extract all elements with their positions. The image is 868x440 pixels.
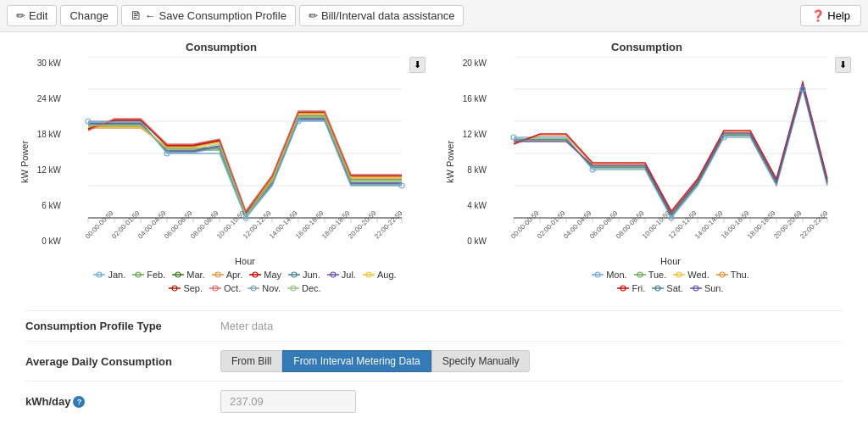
- right-chart-svg-area: 00:00-00:59 02:00-01:59 04:00-04:59 06:0…: [490, 57, 851, 266]
- help-icon: ❓: [811, 9, 825, 22]
- kwh-row: kWh/day ?: [25, 381, 843, 421]
- legend-mon-icon: [592, 270, 604, 279]
- edit-icon: ✏: [16, 9, 25, 22]
- left-chart-area: ⬇ kW Power 30 kW 24 kW 18 kW 12 kW 6 kW …: [17, 57, 426, 293]
- legend-feb: Feb.: [132, 270, 165, 280]
- legend-dec: Dec.: [287, 283, 321, 293]
- right-chart-title: Consumption: [442, 41, 851, 53]
- legend-jul: Jul.: [327, 270, 356, 280]
- left-chart-legend: Jan. Feb. Mar. Apr.: [64, 270, 426, 293]
- legend-sun-icon: [690, 284, 702, 292]
- legend-jan-icon: [93, 270, 105, 279]
- legend-jun: Jun.: [288, 270, 320, 280]
- right-chart-legend: Mon. Tue. Wed. Thu.: [490, 270, 851, 293]
- legend-apr-icon: [212, 270, 224, 279]
- legend-wed: Wed.: [673, 270, 709, 280]
- legend-thu-icon: [716, 270, 728, 279]
- kwh-help-icon[interactable]: ?: [73, 396, 85, 408]
- legend-dec-icon: [287, 284, 299, 292]
- left-chart-svg: 00:00-00:59 02:00-01:59 04:00-04:59 06:0…: [64, 57, 426, 252]
- legend-may-icon: [249, 270, 261, 279]
- left-chart-svg-area: 00:00-00:59 02:00-01:59 04:00-04:59 06:0…: [64, 57, 426, 266]
- toolbar: ✏ Edit Change 🖹 ← Save Consumption Profi…: [0, 0, 868, 32]
- legend-oct-icon: [209, 284, 221, 292]
- left-y-ticks: 30 kW 24 kW 18 kW 12 kW 6 kW 0 kW: [32, 57, 64, 266]
- legend-sep-icon: [169, 284, 181, 292]
- legend-thu: Thu.: [716, 270, 749, 280]
- save-icon: 🖹 ←: [131, 9, 156, 22]
- profile-type-row: Consumption Profile Type Meter data: [25, 310, 843, 341]
- save-button[interactable]: 🖹 ← Save Consumption Profile: [121, 5, 296, 26]
- avg-daily-row: Average Daily Consumption From Bill From…: [25, 341, 843, 381]
- legend-wed-icon: [673, 270, 685, 279]
- right-chart-inner: kW Power 20 kW 16 kW 12 kW 8 kW 4 kW 0 k…: [442, 57, 851, 266]
- legend-mon: Mon.: [592, 270, 626, 280]
- legend-fri: Fri.: [617, 283, 645, 293]
- svg-text:22:00-22:59: 22:00-22:59: [373, 209, 404, 240]
- legend-nov-icon: [248, 284, 259, 292]
- kwh-input[interactable]: [220, 390, 356, 413]
- legend-aug-icon: [363, 270, 375, 279]
- legend-jan: Jan.: [93, 270, 125, 280]
- legend-tue: Tue.: [634, 270, 667, 280]
- profile-type-label: Consumption Profile Type: [25, 320, 220, 332]
- avg-daily-label: Average Daily Consumption: [25, 355, 220, 368]
- legend-nov: Nov.: [248, 283, 281, 293]
- left-chart-inner: kW Power 30 kW 24 kW 18 kW 12 kW 6 kW 0 …: [17, 57, 426, 266]
- legend-apr: Apr.: [212, 270, 243, 280]
- charts-row: Consumption ⬇ kW Power 30 kW 24 kW 18 kW…: [17, 41, 851, 293]
- specify-manually-button[interactable]: Specify Manually: [431, 350, 531, 372]
- legend-feb-icon: [132, 270, 144, 279]
- from-interval-button[interactable]: From Interval Metering Data: [282, 350, 431, 372]
- left-x-axis-label: Hour: [64, 256, 426, 266]
- help-button[interactable]: ❓ Help: [800, 5, 861, 26]
- legend-fri-icon: [617, 284, 629, 292]
- form-section: Consumption Profile Type Meter data Aver…: [17, 310, 851, 421]
- bill-icon: ✏: [309, 9, 318, 22]
- legend-sat: Sat.: [652, 283, 683, 293]
- legend-sat-icon: [652, 284, 664, 292]
- right-y-axis-label: kW Power: [442, 57, 458, 266]
- edit-button[interactable]: ✏ Edit: [7, 5, 57, 26]
- right-chart-container: Consumption ⬇ kW Power 20 kW 16 kW 12 kW…: [442, 41, 851, 293]
- right-y-ticks: 20 kW 16 kW 12 kW 8 kW 4 kW 0 kW: [458, 57, 490, 266]
- left-chart-title: Consumption: [17, 41, 426, 53]
- legend-tue-icon: [634, 270, 646, 279]
- legend-jul-icon: [327, 270, 339, 279]
- left-y-axis-label: kW Power: [17, 57, 32, 266]
- legend-may: May: [249, 270, 281, 280]
- legend-aug: Aug.: [363, 270, 397, 280]
- legend-jun-icon: [288, 270, 300, 279]
- profile-type-value: Meter data: [220, 320, 273, 332]
- from-bill-button[interactable]: From Bill: [220, 350, 282, 372]
- main-content: Consumption ⬇ kW Power 30 kW 24 kW 18 kW…: [0, 32, 868, 438]
- kwh-label: kWh/day ?: [25, 395, 220, 408]
- change-button[interactable]: Change: [60, 5, 118, 26]
- svg-text:22:00-22:59: 22:00-22:59: [798, 209, 830, 240]
- left-chart-container: Consumption ⬇ kW Power 30 kW 24 kW 18 kW…: [17, 41, 426, 293]
- avg-daily-button-group: From Bill From Interval Metering Data Sp…: [220, 350, 530, 372]
- legend-sep: Sep.: [169, 283, 203, 293]
- legend-mar-icon: [172, 270, 184, 279]
- legend-mar: Mar.: [172, 270, 204, 280]
- bill-assistance-button[interactable]: ✏ Bill/Interval data assistance: [299, 5, 465, 26]
- right-x-axis-label: Hour: [490, 256, 851, 266]
- legend-oct: Oct.: [209, 283, 241, 293]
- right-chart-svg: 00:00-00:59 02:00-01:59 04:00-04:59 06:0…: [490, 57, 851, 252]
- right-chart-area: ⬇ kW Power 20 kW 16 kW 12 kW 8 kW 4 kW 0…: [442, 57, 851, 293]
- legend-sun: Sun.: [690, 283, 724, 293]
